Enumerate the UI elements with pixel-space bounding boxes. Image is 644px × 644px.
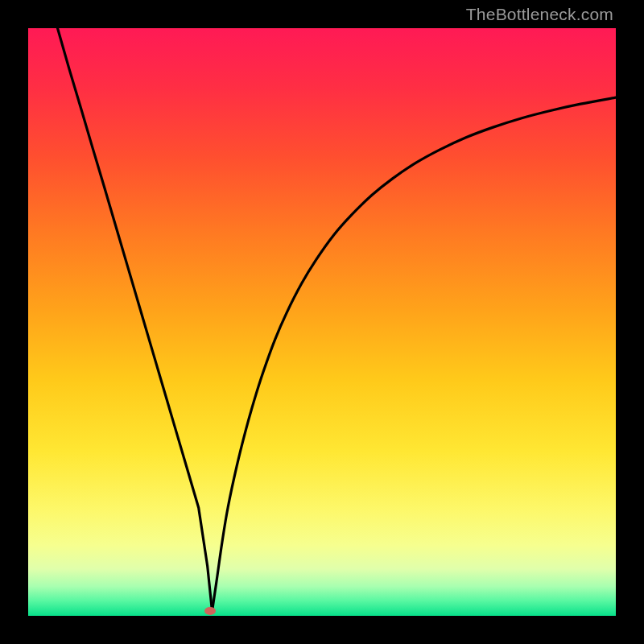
minimum-marker — [204, 607, 216, 615]
plot-area — [28, 28, 616, 616]
series-bottleneck-left — [58, 28, 213, 611]
curve-layer — [28, 28, 616, 616]
watermark-text: TheBottleneck.com — [466, 5, 613, 24]
chart-frame: TheBottleneck.com — [0, 0, 644, 644]
series-bottleneck-right — [212, 97, 616, 611]
